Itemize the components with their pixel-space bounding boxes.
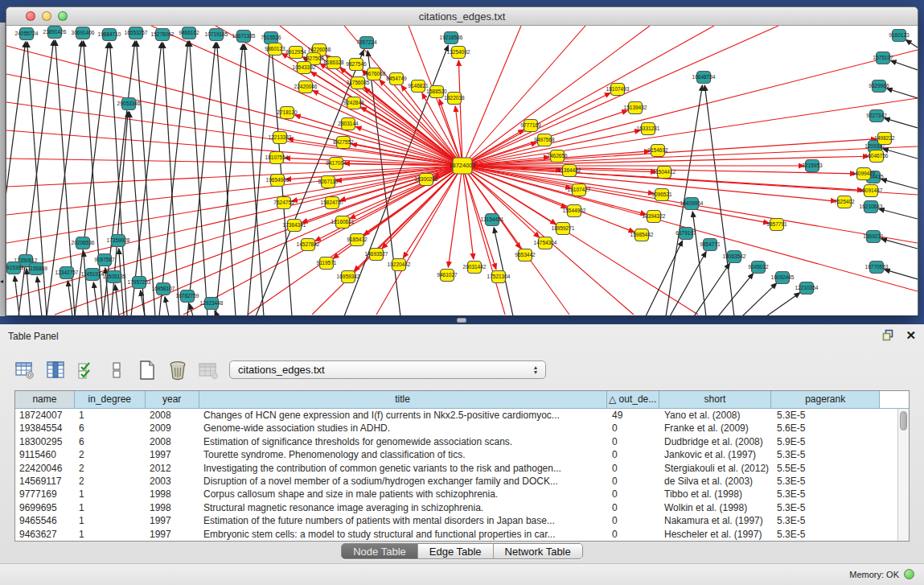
graph-node[interactable]: 13254092 <box>447 47 470 59</box>
table-cell[interactable]: 0 <box>608 514 660 527</box>
table-row[interactable]: 2242004622012Investigating the contribut… <box>15 462 909 475</box>
graph-node[interactable]: 14754304 <box>534 237 557 249</box>
delete-table-icon[interactable] <box>198 360 219 381</box>
graph-node[interactable]: 16092445 <box>771 272 795 284</box>
graph-node[interactable]: 9160123 <box>889 30 910 42</box>
graph-node[interactable]: 16553257 <box>125 27 148 39</box>
column-header-year[interactable]: year <box>146 391 199 409</box>
graph-node[interactable]: 15824737 <box>321 197 344 209</box>
select-attributes-icon[interactable] <box>76 360 97 381</box>
table-cell[interactable]: 5.3E-5 <box>773 514 881 527</box>
graph-node[interactable]: 15139432 <box>624 102 647 114</box>
table-cell[interactable]: 1 <box>75 409 146 422</box>
graph-node[interactable]: 9827546 <box>346 59 367 71</box>
graph-node[interactable]: 20031442 <box>463 262 487 274</box>
graph-node[interactable]: 16770553 <box>865 262 889 274</box>
table-cell[interactable]: Estimation of significance thresholds fo… <box>199 435 608 448</box>
table-cell[interactable]: 9463627 <box>15 528 75 541</box>
table-cell[interactable]: Estimation of the future numbers of pati… <box>199 514 608 527</box>
graph-node[interactable]: 7515526 <box>261 32 281 44</box>
table-cell[interactable]: 9699695 <box>15 501 75 514</box>
table-cell[interactable]: 6 <box>75 435 146 448</box>
table-cell[interactable]: 0 <box>608 448 660 461</box>
graph-node[interactable]: 16671385 <box>232 31 256 43</box>
table-cell[interactable]: Genome-wide association studies in ADHD. <box>199 422 608 435</box>
graph-node[interactable]: 7625402 <box>834 196 855 208</box>
table-cell[interactable]: 5.3E-5 <box>773 528 881 541</box>
table-cell[interactable]: Franke et al. (2009) <box>660 422 773 435</box>
table-cell[interactable]: Structural magnetic resonance image aver… <box>199 501 608 514</box>
collapse-arrow-icon[interactable]: ◂ <box>0 278 3 285</box>
graph-node[interactable]: 13154451 <box>481 214 504 226</box>
graph-node[interactable]: 1575107 <box>873 52 893 64</box>
table-cell[interactable]: Dudbridge et al. (2008) <box>660 435 773 448</box>
graph-node[interactable]: 16782759 <box>176 290 199 303</box>
table-row[interactable]: 946362711997Embryonic stem cells: a mode… <box>15 528 909 541</box>
delete-icon[interactable] <box>167 360 188 381</box>
graph-node[interactable]: 2718120 <box>277 107 298 119</box>
table-cell[interactable]: 0 <box>608 435 660 448</box>
graph-node[interactable]: 19218586 <box>440 32 463 44</box>
graph-node[interactable]: 19884710 <box>98 29 121 41</box>
graph-node[interactable]: 15276062 <box>151 29 175 41</box>
graph-node[interactable]: 20206536 <box>72 237 95 249</box>
graph-node[interactable]: 10719185 <box>205 29 228 41</box>
graph-node[interactable]: 7624755 <box>273 197 294 209</box>
table-cell[interactable]: Changes of HCN gene expression and I(f) … <box>199 409 608 422</box>
table-row[interactable]: 1938455462009Genome-wide association stu… <box>15 422 909 435</box>
graph-node[interactable]: 16046756 <box>865 150 889 163</box>
graph-node[interactable]: 3215953 <box>802 160 823 172</box>
graph-node[interactable]: 8454749 <box>386 73 407 85</box>
table-cell[interactable]: 1 <box>75 528 146 541</box>
graph-node[interactable]: 8267110 <box>318 176 339 188</box>
graph-node[interactable]: 9227342 <box>866 110 887 122</box>
table-cell[interactable]: 2 <box>75 475 146 488</box>
table-row[interactable]: 946554611997Estimation of the future num… <box>15 514 909 527</box>
table-cell[interactable]: 0 <box>608 462 660 475</box>
network-graph[interactable]: 1872400724055724238914263069140619884710… <box>6 26 918 315</box>
graph-node[interactable]: 9119571 <box>317 257 337 270</box>
table-cell[interactable]: Tibbo et al. (1998) <box>660 488 773 501</box>
graph-node[interactable]: 16091447 <box>860 185 883 197</box>
table-cell[interactable]: 1997 <box>146 528 199 541</box>
table-cell[interactable]: 0 <box>608 488 660 501</box>
table-select-dropdown[interactable]: citations_edges.txt ▲▼ <box>229 360 546 379</box>
tab-edge-table[interactable]: Edge Table <box>418 544 494 558</box>
table-cell[interactable]: 18300295 <box>15 435 75 448</box>
graph-node[interactable]: 9154692 <box>647 145 668 157</box>
graph-node[interactable]: 18107554 <box>265 152 289 164</box>
table-cell[interactable]: Yano et al. (2008) <box>660 409 773 422</box>
graph-node[interactable]: 17364341 <box>283 220 306 232</box>
graph-node[interactable]: 12210354 <box>795 282 819 295</box>
graph-node[interactable]: 7957224 <box>356 37 377 49</box>
table-cell[interactable]: 1997 <box>146 448 199 461</box>
table-row[interactable]: 969969511998Structural magnetic resonanc… <box>15 501 909 514</box>
table-cell[interactable]: 5.3E-5 <box>773 409 881 422</box>
column-header-name[interactable]: name <box>15 391 75 409</box>
graph-node[interactable]: 24055724 <box>15 28 39 40</box>
table-cell[interactable]: 1998 <box>146 501 199 514</box>
graph-node[interactable]: 16959342 <box>337 271 360 283</box>
table-cell[interactable]: Disruption of a novel member of a sodium… <box>199 475 608 488</box>
table-cell[interactable]: 2009 <box>146 422 199 435</box>
graph-node[interactable]: 16210643 <box>860 201 883 213</box>
column-header-pagerank[interactable]: pagerank <box>771 391 880 409</box>
graph-node[interactable]: 16409954 <box>680 198 704 210</box>
scrollbar-thumb[interactable] <box>900 411 907 431</box>
table-cell[interactable]: 1 <box>75 514 146 527</box>
graph-node[interactable]: 12342757 <box>55 267 79 279</box>
graph-node[interactable]: 31756085 <box>347 77 370 89</box>
graph-hub-node[interactable]: 18724007 <box>449 158 475 174</box>
graph-node[interactable]: 2803144 <box>338 118 359 130</box>
graph-node[interactable]: 9097587 <box>94 254 115 266</box>
memory-status-icon[interactable] <box>904 569 914 579</box>
table-row[interactable]: 1872400712008Changes of HCN gene express… <box>15 409 909 422</box>
table-cell[interactable]: 6 <box>75 422 146 435</box>
graph-node[interactable]: 12923448 <box>200 298 224 310</box>
graph-node[interactable]: 23891426 <box>43 27 67 39</box>
table-cell[interactable]: Embryonic stem cells: a model to study s… <box>199 528 608 541</box>
table-cell[interactable]: 1 <box>75 488 146 501</box>
table-cell[interactable]: 2008 <box>146 435 199 448</box>
table-cell[interactable]: 1997 <box>146 514 199 527</box>
graph-node[interactable]: 9245012 <box>748 262 769 274</box>
